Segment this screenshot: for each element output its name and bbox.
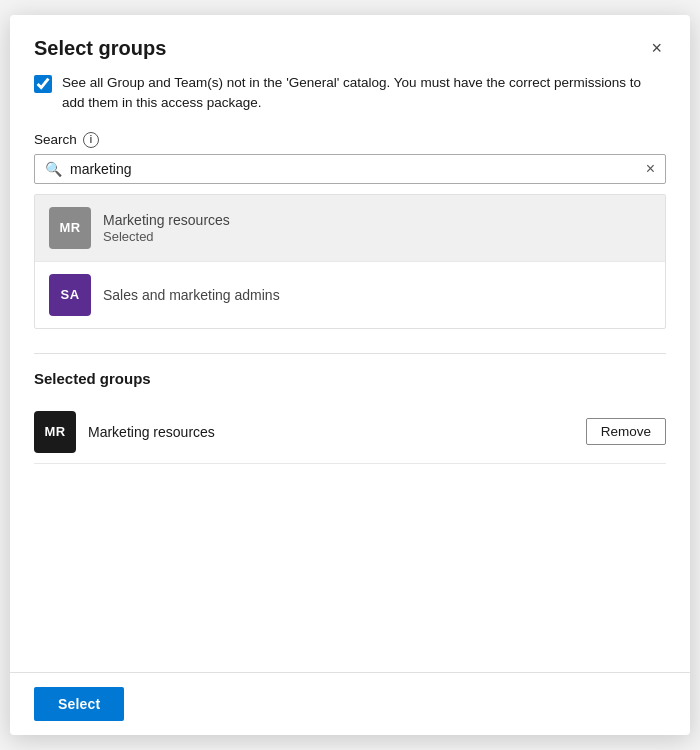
search-label-text: Search <box>34 132 77 147</box>
see-all-label: See all Group and Team(s) not in the 'Ge… <box>62 73 666 114</box>
search-label-row: Search i <box>34 132 666 148</box>
result-info-sales-marketing: Sales and marketing admins <box>103 287 280 303</box>
remove-button[interactable]: Remove <box>586 418 666 445</box>
search-box: 🔍 × <box>34 154 666 184</box>
search-clear-button[interactable]: × <box>646 161 655 177</box>
select-button[interactable]: Select <box>34 687 124 721</box>
search-magnifier-icon: 🔍 <box>45 161 62 177</box>
selected-group-name: Marketing resources <box>88 424 574 440</box>
close-button[interactable]: × <box>647 35 666 61</box>
dialog-footer: Select <box>10 672 690 735</box>
result-item-marketing-resources[interactable]: MR Marketing resources Selected <box>35 195 665 262</box>
search-results-list: MR Marketing resources Selected SA Sales… <box>34 194 666 329</box>
select-groups-dialog: Select groups × See all Group and Team(s… <box>10 15 690 735</box>
search-input[interactable] <box>70 161 646 177</box>
selected-group-item-marketing-resources: MR Marketing resources Remove <box>34 401 666 464</box>
avatar-mr: MR <box>49 207 91 249</box>
result-info-marketing-resources: Marketing resources Selected <box>103 212 230 244</box>
dialog-header: Select groups × <box>10 15 690 73</box>
see-all-checkbox[interactable] <box>34 75 52 93</box>
selected-avatar-mr: MR <box>34 411 76 453</box>
selected-groups-list: MR Marketing resources Remove <box>34 401 666 464</box>
selected-groups-title: Selected groups <box>34 370 666 387</box>
see-all-checkbox-row: See all Group and Team(s) not in the 'Ge… <box>34 73 666 114</box>
result-item-sales-marketing[interactable]: SA Sales and marketing admins <box>35 262 665 328</box>
result-name-marketing-resources: Marketing resources <box>103 212 230 228</box>
search-info-icon[interactable]: i <box>83 132 99 148</box>
result-status-marketing-resources: Selected <box>103 229 230 244</box>
dialog-title: Select groups <box>34 37 166 60</box>
result-name-sales-marketing: Sales and marketing admins <box>103 287 280 303</box>
section-divider <box>34 353 666 354</box>
avatar-sa: SA <box>49 274 91 316</box>
dialog-body: See all Group and Team(s) not in the 'Ge… <box>10 73 690 672</box>
